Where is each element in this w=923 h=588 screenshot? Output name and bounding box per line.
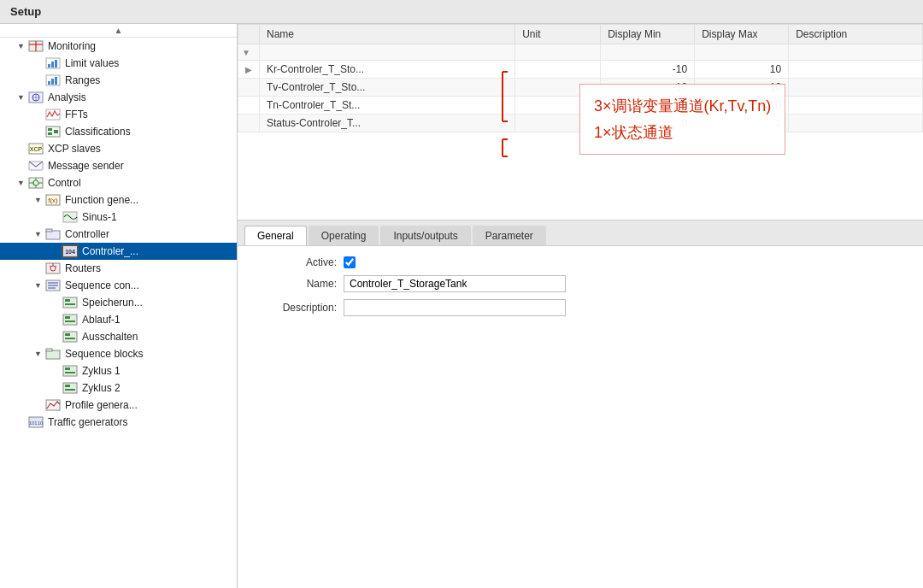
sidebar-item-zyklus-2[interactable]: Zyklus 2 (0, 379, 237, 397)
data-table: Name Unit Display Min Display Max Descri… (238, 24, 923, 132)
table-row: Tv-Controler_T_Sto... -10 10 (238, 79, 923, 97)
row4-name: Status-Controler_T... (260, 115, 515, 132)
tab-general[interactable]: General (244, 226, 307, 245)
sidebar-item-controller[interactable]: Controller (0, 226, 237, 243)
sidebar-item-ausschalten[interactable]: Ausschalten (0, 328, 237, 345)
filter-desc-cell (789, 44, 923, 61)
svg-rect-57 (65, 368, 70, 370)
row1-display-max: 10 (695, 61, 789, 79)
title-bar: Setup (0, 0, 923, 24)
row4-display-min: 0 (601, 115, 695, 132)
expand-arrow-func (34, 196, 44, 204)
col-display-max: Display Max (695, 25, 789, 44)
sidebar-item-function-gene[interactable]: f(x) Function gene... (0, 191, 237, 209)
bar-chart-icon-ranges (44, 74, 62, 87)
svg-text:f(x): f(x) (48, 197, 58, 204)
col-unit: Unit (515, 25, 601, 44)
row4-unit (515, 115, 601, 132)
filter-max-cell (695, 44, 789, 61)
active-checkbox[interactable] (344, 256, 356, 268)
svg-rect-4 (48, 64, 50, 68)
row1-unit (515, 61, 601, 79)
svg-rect-60 (65, 385, 70, 387)
sidebar-item-xcp-slaves[interactable]: XCP XCP slaves (0, 140, 237, 157)
tab-parameter[interactable]: Parameter (473, 226, 546, 245)
sidebar-item-classifications[interactable]: Classifications (0, 123, 237, 140)
filter-name-input[interactable] (263, 47, 511, 57)
sidebar-item-traffic-generators[interactable]: 10110 Traffic generators (0, 414, 237, 431)
sidebar-label-profile-genera: Profile genera... (65, 399, 138, 411)
sidebar-item-analysis[interactable]: Analysis (0, 89, 237, 106)
active-label: Active: (251, 256, 337, 268)
name-input[interactable] (344, 275, 566, 292)
scroll-indicator: ▲ (0, 24, 237, 38)
control-icon (27, 176, 44, 190)
monitoring-icon (27, 39, 44, 53)
bar-chart-icon-limit (44, 56, 62, 70)
tabs-row: General Operating Inputs/outputs Paramet… (238, 220, 923, 246)
row3-unit (515, 97, 601, 115)
right-panel: Name Unit Display Min Display Max Descri… (238, 24, 923, 588)
sidebar-item-ablauf-1[interactable]: Ablauf-1 (0, 311, 237, 328)
tab-inputs-outputs[interactable]: Inputs/outputs (380, 226, 470, 245)
description-input[interactable] (344, 299, 566, 316)
form-row-active: Active: (251, 256, 909, 268)
sidebar-label-monitoring: Monitoring (48, 40, 96, 52)
sidebar-label-analysis: Analysis (48, 91, 86, 103)
filter-min-cell (601, 44, 695, 61)
sidebar-item-message-sender[interactable]: Message sender (0, 157, 237, 174)
svg-rect-10 (55, 77, 57, 85)
sidebar-label-zyklus-1: Zyklus 1 (82, 365, 121, 377)
row4-display-max: 1 (695, 115, 789, 132)
row4-description (789, 115, 923, 132)
sidebar-item-sequence-con[interactable]: Sequence con... (0, 277, 237, 294)
sidebar-item-zyklus-1[interactable]: Zyklus 1 (0, 362, 237, 379)
filter-name-cell[interactable] (260, 44, 515, 61)
row1-description (789, 61, 923, 79)
sidebar-item-routers[interactable]: Routers (0, 260, 237, 277)
svg-rect-33 (46, 229, 52, 232)
sidebar-item-control[interactable]: Control (0, 174, 237, 191)
routers-icon (44, 262, 62, 275)
ausschalten-icon (62, 330, 79, 344)
sidebar-item-speicherun[interactable]: Speicherun... (0, 294, 237, 311)
table-row: Tn-Controler_T_St... -10 10 (238, 97, 923, 115)
sidebar-label-traffic-generators: Traffic generators (48, 416, 127, 428)
svg-text:104: 104 (65, 249, 75, 255)
sidebar-item-ffts[interactable]: FFTs (0, 106, 237, 123)
row2-name: Tv-Controler_T_Sto... (260, 79, 515, 97)
svg-rect-9 (51, 79, 54, 85)
sidebar-label-zyklus-2: Zyklus 2 (82, 382, 121, 394)
expand-arrow-controller (34, 230, 44, 238)
svg-rect-48 (63, 315, 77, 325)
tab-operating[interactable]: Operating (309, 226, 379, 245)
row2-unit (515, 79, 601, 97)
filter-unit-cell (515, 44, 601, 61)
speicherun-icon (62, 296, 79, 309)
sidebar-item-ranges[interactable]: Ranges (0, 72, 237, 89)
filter-icon-cell: ▼ (238, 44, 260, 61)
expand-arrow-seqcon (34, 281, 44, 290)
svg-rect-59 (63, 383, 77, 393)
sidebar-label-ffts: FFTs (65, 109, 88, 121)
sidebar-label-function-gene: Function gene... (65, 194, 138, 206)
sidebar-item-monitoring[interactable]: Monitoring (0, 38, 237, 55)
row3-description (789, 97, 923, 115)
sidebar-item-profile-genera[interactable]: Profile genera... (0, 397, 237, 414)
sidebar-item-sinus-1[interactable]: Sinus-1 (0, 209, 237, 226)
expand-arrow-seqblocks (34, 350, 44, 358)
svg-rect-6 (55, 60, 57, 68)
sidebar-item-controler[interactable]: 104 Controler_... (0, 243, 237, 260)
bottom-section: General Operating Inputs/outputs Paramet… (238, 220, 923, 588)
description-label: Description: (251, 302, 337, 314)
svg-rect-61 (65, 389, 75, 391)
svg-rect-45 (63, 297, 77, 308)
sequence-con-icon (44, 279, 62, 292)
sidebar-item-limit-values[interactable]: Limit values (0, 55, 237, 72)
col-arrow (238, 25, 260, 44)
svg-rect-51 (63, 332, 77, 342)
row3-arrow (238, 97, 260, 115)
sidebar-label-routers: Routers (65, 262, 101, 274)
controller-item-icon: 104 (62, 244, 79, 258)
sidebar-item-sequence-blocks[interactable]: Sequence blocks (0, 345, 237, 362)
